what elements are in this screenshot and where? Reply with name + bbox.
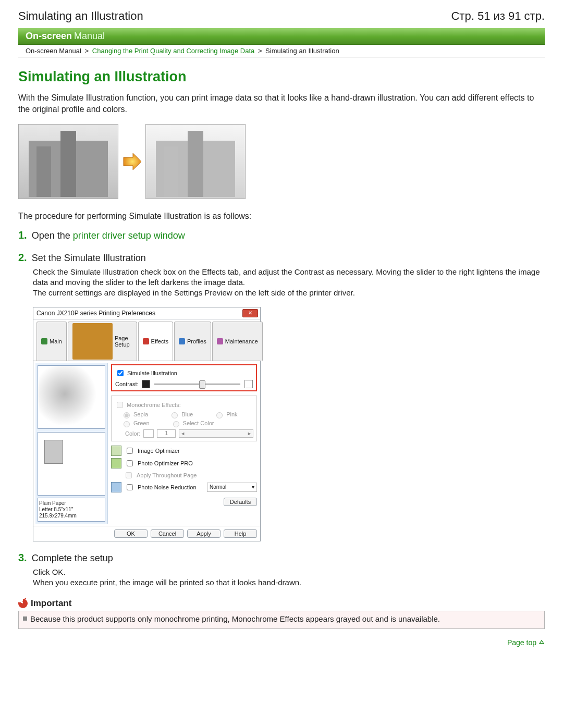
color-swatch bbox=[143, 429, 154, 438]
monochrome-effects-group: Monochrome Effects: Sepia Blue Pink Gree… bbox=[111, 396, 257, 441]
cancel-button[interactable]: Cancel bbox=[151, 529, 184, 538]
step-2-paragraph-2: The current settings are displayed in th… bbox=[33, 288, 545, 298]
ok-button[interactable]: OK bbox=[114, 529, 148, 538]
example-image-before bbox=[18, 124, 118, 199]
pink-label: Pink bbox=[226, 411, 237, 417]
dialog-close-button[interactable]: ✕ bbox=[242, 309, 258, 317]
contrast-dark-icon bbox=[142, 380, 150, 388]
step-1-text: Open the bbox=[32, 230, 73, 241]
paper-type: Plain Paper bbox=[39, 500, 104, 507]
step-3-title: Complete the setup bbox=[32, 553, 113, 563]
tab-page-setup[interactable]: Page Setup bbox=[68, 322, 137, 361]
sepia-label: Sepia bbox=[133, 411, 148, 417]
contrast-light-icon bbox=[244, 380, 253, 388]
step-number-3: 3. bbox=[18, 552, 27, 563]
blue-radio bbox=[172, 412, 178, 418]
tab-maint-label: Maintenance bbox=[225, 338, 258, 344]
banner-light: Manual bbox=[74, 31, 105, 42]
scroll-left-icon: ◄ bbox=[180, 431, 185, 436]
contrast-label: Contrast: bbox=[115, 381, 139, 387]
step-2-paragraph-1: Check the Simulate Illustration check bo… bbox=[33, 267, 545, 288]
important-text: Because this product supports only monoc… bbox=[30, 614, 440, 623]
select-color-radio bbox=[173, 421, 179, 427]
tab-maint-icon bbox=[217, 338, 223, 344]
breadcrumb-mid-link[interactable]: Changing the Print Quality and Correctin… bbox=[92, 47, 254, 55]
select-color-label: Select Color bbox=[183, 420, 214, 426]
doc-title: Simulating an Illustration bbox=[18, 9, 143, 23]
monochrome-effects-checkbox bbox=[117, 402, 123, 408]
color-label: Color: bbox=[125, 430, 140, 437]
breadcrumb-leaf: Simulating an Illustration bbox=[265, 47, 339, 55]
image-optimizer-checkbox[interactable] bbox=[127, 448, 133, 454]
simulate-illustration-label: Simulate Illustration bbox=[127, 370, 177, 376]
monochrome-effects-label: Monochrome Effects: bbox=[127, 402, 181, 408]
step-number-2: 2. bbox=[18, 252, 27, 263]
banner: On-screen Manual bbox=[18, 28, 545, 45]
settings-preview-image bbox=[38, 365, 105, 429]
noise-reduction-select[interactable]: Normal▾ bbox=[207, 483, 257, 492]
breadcrumb: On-screen Manual > Changing the Print Qu… bbox=[18, 45, 545, 57]
green-radio bbox=[124, 421, 130, 427]
printer-driver-link[interactable]: printer driver setup window bbox=[73, 230, 185, 241]
tab-main-label: Main bbox=[50, 338, 62, 344]
tab-page-icon bbox=[72, 323, 113, 360]
apply-throughout-page-checkbox bbox=[126, 472, 132, 478]
tab-effects-label: Effects bbox=[151, 338, 168, 344]
important-heading: Important bbox=[31, 598, 71, 609]
defaults-button[interactable]: Defaults bbox=[224, 498, 257, 506]
printing-preferences-dialog: Canon JX210P series Printing Preferences… bbox=[33, 307, 261, 541]
dropdown-icon: ▾ bbox=[252, 484, 254, 490]
scroll-right-icon: ► bbox=[247, 431, 252, 436]
contrast-slider-thumb[interactable] bbox=[199, 380, 205, 389]
green-label: Green bbox=[133, 420, 150, 426]
tab-page-label: Page Setup bbox=[115, 335, 132, 348]
color-scrollbar: ◄► bbox=[179, 429, 253, 438]
apply-throughout-page-label: Apply Throughout Page bbox=[137, 472, 197, 478]
noise-reduction-value: Normal bbox=[210, 484, 226, 490]
page-top-link[interactable]: Page top bbox=[18, 638, 545, 647]
blue-label: Blue bbox=[181, 411, 193, 417]
page-indicator: Стр. 51 из 91 стр. bbox=[451, 9, 545, 23]
photo-optimizer-pro-checkbox[interactable] bbox=[127, 460, 133, 466]
important-icon bbox=[18, 599, 28, 608]
tab-profiles-label: Profiles bbox=[187, 338, 206, 344]
simulate-illustration-checkbox[interactable] bbox=[117, 370, 124, 376]
page-layout-preview bbox=[38, 432, 105, 496]
procedure-lead: The procedure for performing Simulate Il… bbox=[18, 211, 545, 222]
example-image-row bbox=[18, 124, 545, 199]
contrast-slider[interactable] bbox=[154, 384, 240, 385]
paper-info: Plain Paper Letter 8.5"x11" 215.9x279.4m… bbox=[38, 498, 105, 522]
photo-noise-reduction-icon bbox=[111, 482, 121, 492]
photo-optimizer-pro-icon bbox=[111, 458, 121, 468]
sepia-radio bbox=[124, 412, 130, 418]
photo-noise-reduction-checkbox[interactable] bbox=[127, 484, 133, 490]
tab-main-icon bbox=[41, 338, 47, 344]
pink-radio bbox=[216, 412, 223, 418]
arrow-icon bbox=[121, 151, 142, 172]
tab-main[interactable]: Main bbox=[36, 322, 67, 361]
step-3-paragraph-2: When you execute print, the image will b… bbox=[33, 577, 545, 588]
simulate-illustration-highlight: Simulate Illustration Contrast: bbox=[111, 364, 257, 391]
up-arrow-icon bbox=[538, 639, 545, 646]
tab-effects-icon bbox=[143, 338, 149, 344]
banner-bold: On-screen bbox=[26, 31, 72, 42]
example-image-after bbox=[145, 124, 246, 199]
photo-optimizer-pro-label: Photo Optimizer PRO bbox=[138, 460, 193, 466]
paper-size: Letter 8.5"x11" 215.9x279.4mm bbox=[39, 507, 104, 519]
image-optimizer-icon bbox=[111, 446, 121, 456]
tab-profiles-icon bbox=[179, 338, 185, 344]
image-optimizer-label: Image Optimizer bbox=[138, 448, 180, 454]
dialog-title: Canon JX210P series Printing Preferences bbox=[36, 310, 155, 317]
breadcrumb-sep: > bbox=[83, 47, 91, 55]
tab-effects[interactable]: Effects bbox=[138, 322, 173, 361]
apply-button[interactable]: Apply bbox=[187, 529, 221, 538]
page-top-label: Page top bbox=[507, 638, 536, 647]
svg-marker-0 bbox=[124, 153, 141, 170]
tab-maintenance[interactable]: Maintenance bbox=[212, 322, 263, 361]
tab-profiles[interactable]: Profiles bbox=[174, 322, 211, 361]
breadcrumb-root[interactable]: On-screen Manual bbox=[26, 47, 81, 55]
color-value: 1 bbox=[157, 429, 176, 438]
help-button[interactable]: Help bbox=[224, 529, 257, 538]
step-2-title: Set the Simulate Illustration bbox=[32, 253, 146, 263]
step-3-paragraph-1: Click OK. bbox=[33, 567, 545, 577]
